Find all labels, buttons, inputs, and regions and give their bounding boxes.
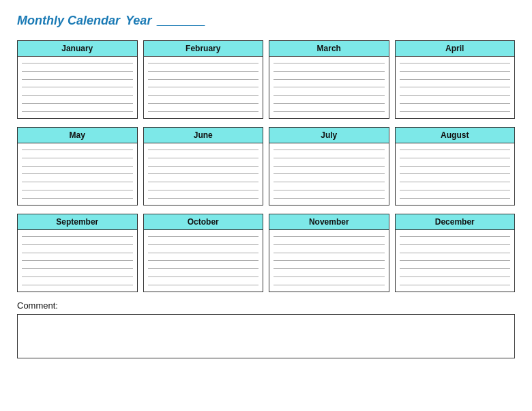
month-line [274,198,385,199]
month-line [400,190,511,190]
month-line [400,253,511,253]
month-body-september[interactable] [18,230,137,292]
month-line [22,198,133,199]
month-header-august: August [396,128,515,143]
month-line [22,244,133,245]
month-line [274,277,385,277]
month-line [400,173,511,174]
month-header-january: January [18,41,137,57]
month-line [22,71,133,72]
month-line [274,260,385,261]
month-body-march[interactable] [269,57,389,118]
month-line [274,268,385,269]
month-line [148,277,259,277]
month-body-august[interactable] [396,143,515,205]
month-line [400,111,511,112]
comment-box[interactable] [17,314,515,358]
month-body-october[interactable] [144,230,263,292]
month-line [274,285,385,285]
month-line [148,236,259,237]
month-line [274,166,385,167]
month-line [274,71,385,72]
month-line [22,87,133,87]
month-line [400,285,511,285]
month-body-november[interactable] [269,230,389,292]
month-line [274,111,385,112]
month-line [274,63,385,63]
month-body-december[interactable] [396,230,515,292]
month-line [22,111,133,112]
month-header-july: July [269,128,389,143]
month-line [148,268,259,269]
month-line [274,244,385,245]
month-line [148,166,259,167]
month-box-september: September [17,214,138,292]
month-line [400,103,511,104]
month-line [400,268,511,269]
month-body-may[interactable] [18,143,137,205]
month-line [148,87,259,87]
calendar-container: JanuaryFebruaryMarchAprilMayJuneJulyAugu… [17,40,515,292]
month-line [274,253,385,253]
month-line [274,158,385,158]
month-box-february: February [143,40,264,119]
month-body-february[interactable] [144,57,263,118]
calendar-row-1: JanuaryFebruaryMarchApril [17,40,515,119]
month-line [22,268,133,269]
month-header-june: June [144,128,263,143]
month-line [22,277,133,277]
month-line [148,95,259,96]
month-line [400,166,511,167]
month-line [400,63,511,63]
year-label: Year [125,14,151,28]
month-line [400,260,511,261]
month-line [148,150,259,150]
month-body-april[interactable] [396,57,515,118]
month-box-may: May [17,127,138,206]
month-header-november: November [269,214,389,230]
month-line [22,95,133,96]
month-box-april: April [395,40,516,119]
month-body-june[interactable] [144,143,263,205]
month-line [400,158,511,158]
page-title: Monthly Calendar [17,14,120,28]
month-line [22,260,133,261]
month-header-april: April [396,41,515,57]
month-line [274,182,385,182]
month-line [400,95,511,96]
month-line [148,244,259,245]
month-line [148,253,259,253]
month-line [274,87,385,87]
month-line [274,236,385,237]
month-line [22,103,133,104]
month-header-september: September [18,214,137,230]
month-line [148,198,259,199]
month-line [274,103,385,104]
month-line [22,158,133,158]
month-box-march: March [269,40,389,119]
month-line [22,182,133,182]
month-line [400,198,511,199]
month-line [400,182,511,182]
month-line [400,87,511,87]
month-line [22,173,133,174]
month-box-december: December [395,214,516,292]
month-line [274,190,385,190]
month-line [148,158,259,158]
month-line [148,63,259,63]
month-box-november: November [269,214,389,292]
month-line [22,190,133,190]
month-line [22,236,133,237]
month-line [148,190,259,190]
comment-label: Comment: [17,300,515,311]
month-box-july: July [269,127,389,206]
month-line [400,150,511,150]
month-body-january[interactable] [18,57,137,118]
calendar-row-2: MayJuneJulyAugust [17,127,515,206]
month-line [148,103,259,104]
month-body-july[interactable] [269,143,389,205]
month-line [274,150,385,150]
month-line [400,71,511,72]
month-line [400,244,511,245]
month-box-june: June [143,127,264,206]
